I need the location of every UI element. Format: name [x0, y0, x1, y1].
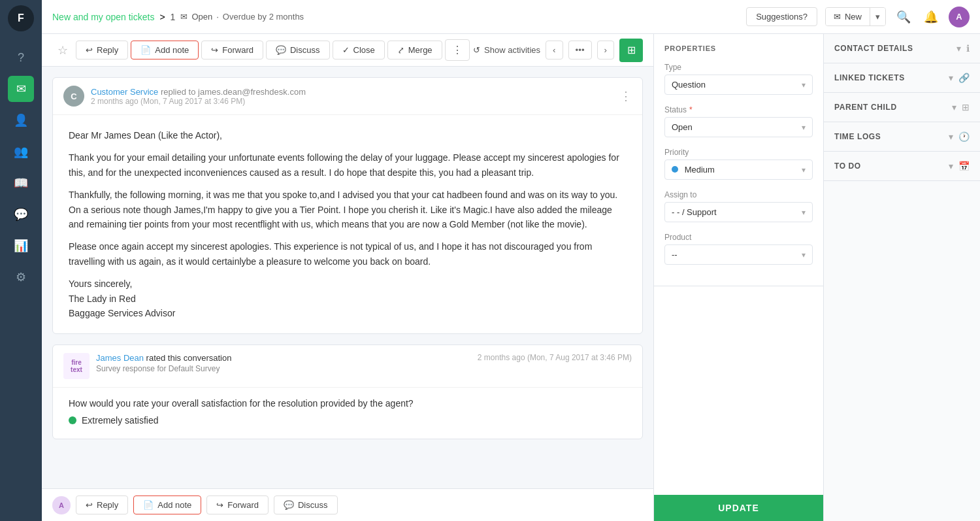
property-assign: Assign to - - / Support ▾: [664, 190, 813, 222]
far-right-panel: CONTACT DETAILS ▾ ℹ LINKED TICKETS ▾ 🔗 P…: [823, 34, 980, 521]
sidebar-item-settings[interactable]: ⚙: [8, 264, 34, 290]
property-priority: Priority Medium ▾: [664, 148, 813, 180]
next-ticket-button[interactable]: ›: [597, 41, 614, 59]
merge-icon: ⤤: [397, 45, 404, 55]
type-value: Question: [672, 80, 706, 90]
bottom-add-note-button[interactable]: 📄 Add note: [133, 496, 201, 514]
main-wrapper: New and my open tickets > 1 ✉ Open · Ove…: [42, 0, 980, 521]
breadcrumb-num: 1: [171, 12, 176, 22]
product-select[interactable]: -- ▾: [664, 244, 813, 265]
sidebar-item-book[interactable]: 📖: [8, 170, 34, 196]
survey-answer: Extremely satisfied: [69, 415, 627, 426]
notifications-button[interactable]: 🔔: [921, 7, 941, 27]
product-value: --: [672, 250, 678, 260]
forward-button[interactable]: ↪ Forward: [201, 41, 263, 59]
message-avatar: C: [63, 86, 84, 107]
app-logo[interactable]: F: [8, 5, 34, 31]
activities-icon: ↺: [473, 45, 480, 55]
sidebar-item-contacts[interactable]: 👤: [8, 107, 34, 133]
property-status: Status * Open ▾: [664, 105, 813, 137]
type-select[interactable]: Question ▾: [664, 75, 813, 95]
message-greeting: Dear Mr James Dean (Like the Actor),: [69, 128, 627, 143]
grid-view-button[interactable]: ⊞: [619, 39, 643, 62]
product-chevron: ▾: [802, 250, 806, 260]
priority-select[interactable]: Medium ▾: [664, 160, 813, 180]
message-body: Dear Mr James Dean (Like the Actor), Tha…: [53, 115, 642, 333]
reply-button[interactable]: ↩ Reply: [76, 41, 128, 59]
time-logs-section[interactable]: TIME LOGS ▾ 🕐: [824, 122, 980, 152]
time-logs-icons: ▾ 🕐: [949, 131, 970, 142]
status-value: Open: [672, 122, 693, 132]
forward-icon: ↪: [211, 45, 218, 55]
bottom-add-note-icon: 📄: [143, 500, 154, 510]
chevron-down-icon-3: ▾: [952, 102, 956, 112]
search-button[interactable]: 🔍: [894, 7, 913, 27]
message-para2: Thankfully, the following morning, it wa…: [69, 188, 627, 231]
calendar-icon: 📅: [958, 161, 970, 171]
sidebar-item-help[interactable]: ?: [8, 44, 34, 71]
survey-header: fire text James Dean rated this conversa…: [53, 345, 642, 387]
info-icon: ℹ: [966, 43, 970, 54]
suggestions-button[interactable]: Suggestions?: [746, 7, 817, 26]
show-activities-button[interactable]: ↺ Show activities: [473, 45, 540, 55]
update-button[interactable]: UPDATE: [654, 495, 823, 521]
priority-value-wrapper: Medium: [672, 165, 715, 175]
assign-label: Assign to: [664, 190, 813, 199]
add-note-button[interactable]: 📄 Add note: [131, 41, 199, 59]
survey-timestamp: 2 months ago (Mon, 7 Aug 2017 at 3:46 PM…: [478, 353, 632, 362]
contact-details-label: CONTACT DETAILS: [834, 44, 913, 53]
bottom-reply-icon: ↩: [86, 500, 93, 510]
star-button[interactable]: ☆: [52, 41, 73, 60]
assign-select[interactable]: - - / Support ▾: [664, 202, 813, 222]
bottom-forward-button[interactable]: ↪ Forward: [206, 496, 269, 514]
breadcrumb-link[interactable]: New and my open tickets: [52, 12, 154, 22]
priority-dot: [672, 166, 678, 173]
merge-button[interactable]: ⤤ Merge: [387, 41, 442, 59]
bottom-discuss-button[interactable]: 💬 Discuss: [274, 496, 338, 514]
sidebar: F ? ✉ 👤 👥 📖 💬 📊 ⚙: [0, 0, 42, 521]
more-nav-button[interactable]: •••: [568, 41, 592, 59]
priority-label: Priority: [664, 148, 813, 157]
bottom-reply-button[interactable]: ↩ Reply: [76, 496, 128, 514]
survey-sender-name[interactable]: James Dean: [96, 353, 144, 363]
message-more-button[interactable]: ⋮: [620, 89, 632, 103]
discuss-button[interactable]: 💬 Discuss: [266, 41, 330, 59]
sidebar-item-groups[interactable]: 👥: [8, 139, 34, 165]
linked-tickets-section[interactable]: LINKED TICKETS ▾ 🔗: [824, 63, 980, 93]
ticket-area: ☆ ↩ Reply 📄 Add note ↪ Forward 💬: [42, 34, 653, 521]
properties-title: PROPERTIES: [664, 44, 813, 52]
status-text: Open: [191, 12, 212, 22]
chevron-down-icon-2: ▾: [949, 73, 953, 83]
bottom-action-bar: A ↩ Reply 📄 Add note ↪ Forward 💬 Discuss: [42, 488, 653, 521]
sender-name[interactable]: Customer Service: [91, 87, 158, 97]
message-header: C Customer Service replied to james.dean…: [53, 78, 642, 115]
bottom-discuss-icon: 💬: [284, 500, 294, 510]
close-button[interactable]: ✓ Close: [333, 41, 385, 59]
topbar-left: New and my open tickets > 1 ✉ Open · Ove…: [52, 12, 304, 22]
contact-details-section[interactable]: CONTACT DETAILS ▾ ℹ: [824, 34, 980, 63]
to-do-icons: ▾ 📅: [949, 161, 970, 171]
avatar[interactable]: A: [949, 7, 970, 27]
satisfaction-text: Extremely satisfied: [82, 415, 158, 426]
sidebar-item-chat[interactable]: 💬: [8, 201, 34, 227]
breadcrumb-sep: >: [159, 12, 165, 22]
message-signoff: Yours sincerely, The Lady in Red Baggage…: [69, 277, 627, 320]
time-logs-label: TIME LOGS: [834, 132, 881, 141]
survey-action: rated this conversation: [146, 353, 232, 363]
new-dropdown-button[interactable]: ▾: [870, 8, 885, 25]
parent-child-section[interactable]: PARENT CHILD ▾ ⊞: [824, 93, 980, 122]
status-select[interactable]: Open ▾: [664, 117, 813, 137]
required-star: *: [689, 105, 693, 114]
action-bar: ☆ ↩ Reply 📄 Add note ↪ Forward 💬: [42, 34, 653, 67]
new-button[interactable]: ✉ New: [826, 8, 870, 25]
new-btn-group: ✉ New ▾: [825, 7, 886, 26]
sidebar-item-tickets[interactable]: ✉: [8, 76, 34, 102]
to-do-section[interactable]: TO DO ▾ 📅: [824, 152, 980, 181]
add-note-icon: 📄: [140, 45, 151, 55]
sidebar-item-reports[interactable]: 📊: [8, 233, 34, 259]
contact-details-icons: ▾ ℹ: [956, 43, 970, 54]
prev-ticket-button[interactable]: ‹: [546, 41, 563, 59]
property-product: Product -- ▾: [664, 233, 813, 265]
status-sep: ·: [216, 12, 219, 22]
more-actions-button[interactable]: ⋮: [445, 39, 470, 61]
